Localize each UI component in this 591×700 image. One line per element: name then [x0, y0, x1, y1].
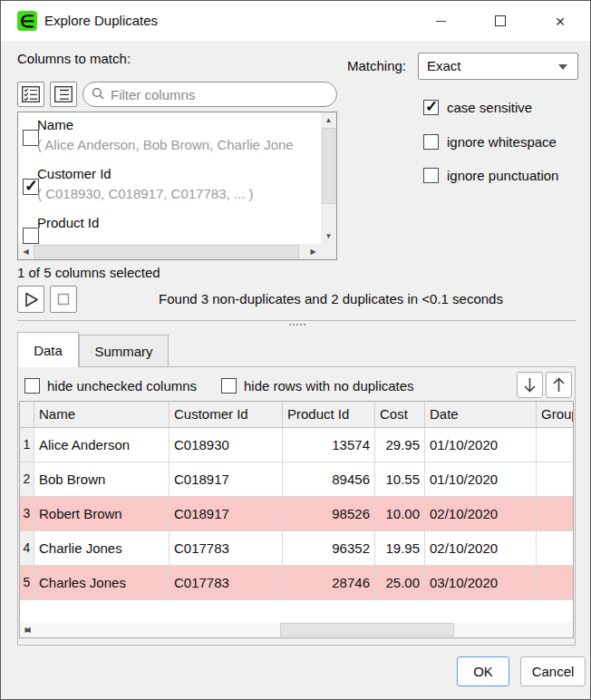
- cell-product-id[interactable]: 96352: [283, 531, 375, 566]
- case-sensitive-checkbox[interactable]: [423, 100, 439, 115]
- tab-data[interactable]: Data: [17, 332, 79, 367]
- close-icon: ×: [555, 13, 565, 30]
- list-item[interactable]: Name ( Alice Anderson, Bob Brown, Charli…: [18, 112, 321, 161]
- cell-product-id[interactable]: 98526: [283, 497, 375, 531]
- table-header-row: Name Customer Id Product Id Cost Date Gr…: [20, 402, 573, 428]
- minimize-icon: [436, 21, 446, 22]
- table-row: 4 Charlie Jones C017783 96352 19.95 02/1…: [20, 531, 573, 566]
- cell-group[interactable]: [537, 497, 574, 531]
- cell-cost[interactable]: 25.00: [375, 566, 425, 600]
- stop-button[interactable]: [50, 286, 77, 313]
- cell-cost[interactable]: 10.00: [375, 497, 425, 531]
- cell-name[interactable]: Robert Brown: [34, 497, 170, 531]
- cell-group[interactable]: [537, 566, 574, 600]
- list-item[interactable]: Product Id: [18, 210, 321, 244]
- data-tab-pane: hide unchecked columns hide rows with no…: [17, 366, 576, 646]
- cell-name[interactable]: Charlie Jones: [34, 531, 170, 566]
- matching-selected-value: Exact: [427, 58, 461, 73]
- cell-customer-id[interactable]: C018917: [170, 497, 283, 531]
- cell-cost[interactable]: 10.55: [375, 462, 425, 497]
- tab-summary[interactable]: Summary: [79, 335, 169, 367]
- scrollbar-thumb[interactable]: [34, 245, 299, 258]
- ok-button[interactable]: OK: [457, 656, 509, 686]
- scrollbar-thumb[interactable]: [322, 128, 335, 204]
- header-customer-id[interactable]: Customer Id: [170, 402, 283, 428]
- cell-cost[interactable]: 19.95: [375, 531, 425, 566]
- next-duplicate-button[interactable]: [517, 372, 543, 398]
- cell-group[interactable]: [537, 531, 574, 566]
- ignore-whitespace-checkbox[interactable]: [423, 134, 439, 150]
- cell-date[interactable]: 01/10/2020: [425, 462, 537, 497]
- row-number[interactable]: 2: [20, 462, 34, 497]
- ignore-whitespace-label: ignore whitespace: [447, 134, 557, 150]
- header-cost[interactable]: Cost: [375, 402, 425, 428]
- cell-product-id[interactable]: 28746: [283, 566, 375, 600]
- splitter-handle[interactable]: [289, 324, 291, 326]
- hide-unchecked-columns-checkbox[interactable]: [24, 378, 40, 394]
- results-table: Name Customer Id Product Id Cost Date Gr…: [19, 401, 574, 638]
- ignore-punctuation-option[interactable]: ignore punctuation: [423, 168, 558, 183]
- hide-unchecked-columns-option[interactable]: hide unchecked columns: [24, 378, 197, 394]
- column-sample-values: ( Alice Anderson, Bob Brown, Charlie Jon…: [37, 137, 321, 152]
- header-product-id[interactable]: Product Id: [283, 402, 375, 428]
- cell-date[interactable]: 02/10/2020: [425, 497, 537, 531]
- cell-date[interactable]: 01/10/2020: [425, 428, 537, 462]
- ignore-whitespace-option[interactable]: ignore whitespace: [423, 134, 557, 150]
- horizontal-scrollbar[interactable]: ◀ ▶: [18, 244, 321, 259]
- scrollbar-thumb[interactable]: [280, 623, 454, 637]
- cell-group[interactable]: [537, 428, 574, 462]
- corner-header[interactable]: [20, 402, 34, 428]
- cell-date[interactable]: 03/10/2020: [425, 566, 537, 600]
- minimize-button[interactable]: [420, 1, 461, 41]
- hide-rows-no-duplicates-option[interactable]: hide rows with no duplicates: [221, 378, 414, 394]
- close-button[interactable]: ×: [539, 1, 581, 41]
- row-number[interactable]: 4: [20, 531, 34, 566]
- chevron-down-icon: [558, 64, 567, 70]
- previous-duplicate-button[interactable]: [546, 372, 572, 398]
- cell-customer-id[interactable]: C017783: [170, 566, 283, 600]
- cell-customer-id[interactable]: C018930: [170, 428, 283, 462]
- matching-label: Matching:: [347, 58, 406, 73]
- scroll-right-icon[interactable]: ▶: [305, 244, 321, 259]
- vertical-scrollbar[interactable]: ▲ ▼: [321, 112, 336, 244]
- table-horizontal-scrollbar[interactable]: ◀ ▶: [20, 622, 573, 637]
- hide-rows-no-duplicates-checkbox[interactable]: [221, 378, 237, 394]
- scroll-up-icon[interactable]: ▲: [321, 112, 336, 128]
- hide-unchecked-columns-label: hide unchecked columns: [47, 378, 197, 394]
- row-number[interactable]: 3: [20, 497, 34, 531]
- cell-product-id[interactable]: 89456: [283, 462, 375, 497]
- scroll-down-icon[interactable]: ▼: [321, 228, 336, 244]
- row-number[interactable]: 1: [20, 428, 34, 462]
- list-item[interactable]: Customer Id ( C018930, C018917, C017783,…: [18, 161, 321, 210]
- cell-customer-id[interactable]: C018917: [170, 462, 283, 497]
- stop-icon: [55, 291, 72, 307]
- cell-customer-id[interactable]: C017783: [170, 531, 283, 566]
- ignore-punctuation-checkbox[interactable]: [423, 168, 439, 183]
- cell-group[interactable]: [537, 462, 574, 497]
- cell-cost[interactable]: 29.95: [375, 428, 425, 462]
- scroll-left-icon[interactable]: ◀: [18, 244, 34, 259]
- scroll-right-icon[interactable]: ▶: [20, 622, 35, 637]
- check-all-columns-button[interactable]: [17, 82, 44, 107]
- uncheck-all-columns-button[interactable]: [50, 82, 77, 107]
- maximize-button[interactable]: [480, 1, 521, 41]
- cell-date[interactable]: 02/10/2020: [425, 531, 537, 566]
- cell-name[interactable]: Alice Anderson: [34, 428, 170, 462]
- header-date[interactable]: Date: [425, 402, 537, 428]
- arrow-up-icon: [552, 377, 566, 393]
- header-name[interactable]: Name: [34, 402, 170, 428]
- filter-columns-input[interactable]: [82, 82, 337, 107]
- header-group[interactable]: Group: [537, 402, 574, 428]
- cell-product-id[interactable]: 13574: [283, 428, 375, 462]
- row-number[interactable]: 5: [20, 566, 34, 600]
- matching-dropdown[interactable]: Exact: [418, 53, 578, 80]
- search-icon: [92, 87, 105, 101]
- arrow-down-icon: [523, 377, 537, 393]
- checklist-checked-icon: [22, 86, 40, 102]
- run-button[interactable]: [17, 286, 44, 313]
- cell-name[interactable]: Bob Brown: [34, 462, 170, 497]
- cancel-button[interactable]: Cancel: [520, 656, 586, 686]
- case-sensitive-option[interactable]: case sensitive: [423, 100, 532, 115]
- cell-name[interactable]: Charles Jones: [34, 566, 170, 600]
- columns-list: Name ( Alice Anderson, Bob Brown, Charli…: [17, 112, 337, 260]
